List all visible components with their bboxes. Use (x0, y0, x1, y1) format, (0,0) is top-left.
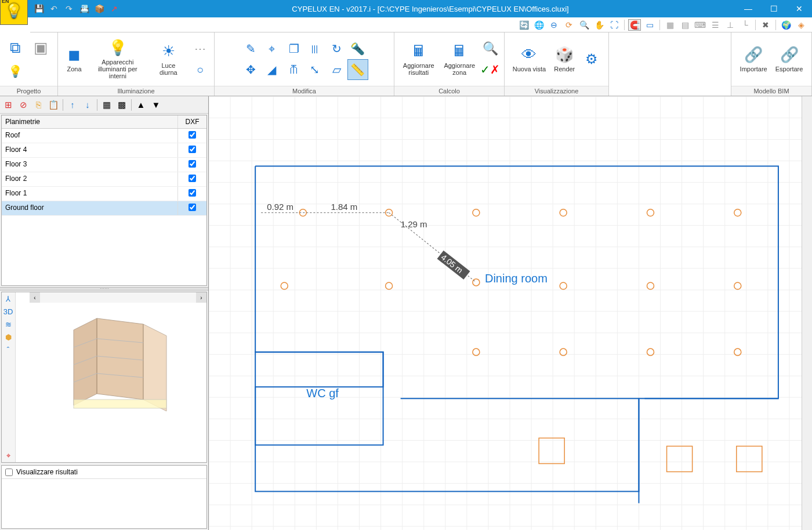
preview-canvas[interactable]: ‹ › (16, 292, 206, 462)
search-icon[interactable]: 🔍 (480, 38, 501, 59)
view-toolbar: 🔄 🌐 ⊖ ⟳ 🔍 ✋ ⛶ 🧲 ▭ ▦ ▤ ⌨ ☰ ⊥ └ ✖ 🌍 ◈ (30, 17, 812, 32)
split-h-icon[interactable]: ⫼ (304, 38, 325, 59)
floor-dxf-checkbox[interactable] (188, 160, 196, 168)
collapse-down-icon[interactable]: ▼ (150, 99, 162, 111)
project-light-icon[interactable]: 💡 (3, 60, 27, 82)
close-button[interactable]: ✕ (786, 0, 812, 17)
drawing-canvas[interactable]: 0.92 m 1.84 m 1.29 m 4.05 m Dining room … (209, 96, 802, 530)
project-docs-icon[interactable]: ⧉ (3, 36, 27, 59)
layers-icon[interactable]: ☰ (709, 19, 722, 31)
add-floor-icon[interactable]: ⊞ (2, 99, 14, 111)
luce-diurna-button[interactable]: ☀ Luce diurna (148, 40, 188, 78)
copy-stack-icon[interactable]: ❐ (284, 38, 304, 59)
zoom-window-icon[interactable]: 🔍 (578, 19, 590, 31)
globe-icon[interactable]: 🌐 (532, 19, 545, 31)
check-x-icon[interactable]: ✓✗ (480, 59, 501, 80)
svg-marker-1 (74, 318, 97, 405)
grid2-icon[interactable]: ▩ (116, 99, 128, 111)
aggiornare-zona-button[interactable]: 🖩 Aggiornare zona (441, 40, 478, 78)
left-panel: ⊞ ⊘ ⎘ 📋 ↑ ↓ ▦ ▩ ▲ ▼ Planimetrie DXF Roof… (0, 96, 209, 530)
floor-dxf-checkbox[interactable] (188, 131, 196, 139)
nuova-vista-button[interactable]: 👁 Nuova vista (509, 43, 549, 75)
tools-icon[interactable]: ✖ (759, 19, 772, 31)
eraser-icon[interactable]: ◢ (262, 59, 282, 80)
floor-row[interactable]: Roof (2, 129, 206, 143)
grid-icon[interactable]: ▦ (664, 19, 676, 31)
floor-dxf-checkbox[interactable] (188, 189, 196, 197)
zona-button[interactable]: ◼ Zona (61, 43, 87, 75)
pan-icon[interactable]: ✋ (593, 19, 606, 31)
floor-dxf-checkbox[interactable] (188, 146, 196, 153)
floor-row[interactable]: Floor 2 (2, 172, 206, 187)
rotate-icon[interactable]: ↻ (327, 38, 347, 59)
redo-button[interactable]: ↷ (64, 3, 74, 14)
floor-name: Floor 2 (2, 172, 177, 186)
esportare-button[interactable]: 🔗 Esportare (772, 43, 807, 75)
move-icon[interactable]: ✥ (241, 59, 262, 80)
minimize-button[interactable]: — (735, 0, 761, 17)
svg-rect-79 (667, 446, 693, 471)
render-button[interactable]: 🎲 Render (550, 43, 578, 75)
align-icon[interactable]: ⊥ (724, 19, 737, 31)
move-up-icon[interactable]: ↑ (67, 99, 78, 111)
scroll-right-icon[interactable]: › (196, 292, 206, 303)
ruler-icon[interactable]: 📏 (347, 59, 368, 80)
pv-up-icon[interactable]: ˆ (2, 343, 14, 356)
save-button[interactable]: 💾 (34, 3, 44, 14)
aggiornare-risultati-button[interactable]: 🖩 Aggiornare risultati (398, 40, 440, 78)
floor-row[interactable]: Floor 1 (2, 187, 206, 201)
help-icon[interactable]: 🌍 (780, 19, 792, 31)
paste-floor-icon[interactable]: 📋 (48, 99, 59, 111)
floor-row[interactable]: Floor 3 (2, 158, 206, 172)
copy-floor-icon[interactable]: ⎘ (32, 99, 44, 111)
pv-3d-icon[interactable]: 3D (2, 305, 14, 318)
compass-icon[interactable]: ⌖ (262, 38, 282, 59)
pv-box-icon[interactable]: ⬢ (2, 331, 14, 343)
dots-icon[interactable]: ⋯ (190, 38, 211, 59)
scroll-left-icon[interactable]: ‹ (30, 292, 40, 303)
importare-button[interactable]: 🔗 Importare (737, 43, 771, 75)
pv-origin-icon[interactable]: ⌖ (2, 449, 14, 462)
move-down-icon[interactable]: ↓ (82, 99, 93, 111)
floor-row[interactable]: Ground floor (2, 201, 206, 216)
results-panel: Visualizzare risultati (1, 465, 207, 529)
settings-icon[interactable]: ⚙ (579, 49, 604, 70)
floor-row[interactable]: Floor 4 (2, 143, 206, 158)
shear-icon[interactable]: ▱ (327, 59, 347, 80)
zoom-out-icon[interactable]: ⊖ (548, 19, 560, 31)
snap-magnet-icon[interactable]: 🧲 (628, 19, 641, 31)
ribbon-group-modello: Modello BIM (731, 86, 811, 96)
pv-layers-icon[interactable]: ≋ (2, 318, 14, 331)
apparecchi-button[interactable]: 💡 Apparecchi illuminanti per interni (88, 37, 147, 82)
project-views-icon[interactable]: ▣ (29, 36, 52, 59)
keyboard-icon[interactable]: ⌨ (694, 19, 706, 31)
split-v-icon[interactable]: ⫚ (284, 59, 304, 80)
pv-axis-icon[interactable]: ⅄ (2, 292, 14, 305)
export-icon: 🔗 (780, 46, 799, 64)
grid2-icon[interactable]: ▤ (679, 19, 691, 31)
info-icon[interactable]: ◈ (795, 19, 807, 31)
package-button[interactable]: 📦 (94, 3, 104, 14)
fit-icon[interactable]: ⛶ (608, 19, 621, 31)
splitter[interactable]: ⋯⋯ (0, 287, 208, 291)
orbit-icon[interactable]: 🔄 (517, 19, 530, 31)
pencil-icon[interactable]: ✎ (241, 38, 262, 59)
grid1-icon[interactable]: ▦ (101, 99, 113, 111)
collapse-up-icon[interactable]: ▲ (135, 99, 147, 111)
print-button[interactable]: 📇 (79, 3, 89, 14)
circle-icon[interactable]: ○ (190, 59, 211, 80)
undo-button[interactable]: ↶ (49, 3, 59, 14)
results-checkbox[interactable] (5, 469, 13, 476)
delete-floor-icon[interactable]: ⊘ (17, 99, 29, 111)
floor-dxf-checkbox[interactable] (188, 175, 196, 182)
lights-icon[interactable]: 🔦 (347, 38, 368, 59)
floor-dxf-checkbox[interactable] (188, 204, 196, 211)
maximize-button[interactable]: ☐ (761, 0, 786, 17)
resize-icon[interactable]: ⤡ (304, 59, 325, 80)
select-box-icon[interactable]: ▭ (643, 19, 656, 31)
refresh-icon[interactable]: ⟳ (563, 19, 575, 31)
vertical-scrollbar[interactable] (802, 96, 812, 530)
svg-marker-2 (143, 324, 166, 411)
external-button[interactable]: ↗ (109, 3, 119, 14)
measure-icon[interactable]: └ (739, 19, 752, 31)
